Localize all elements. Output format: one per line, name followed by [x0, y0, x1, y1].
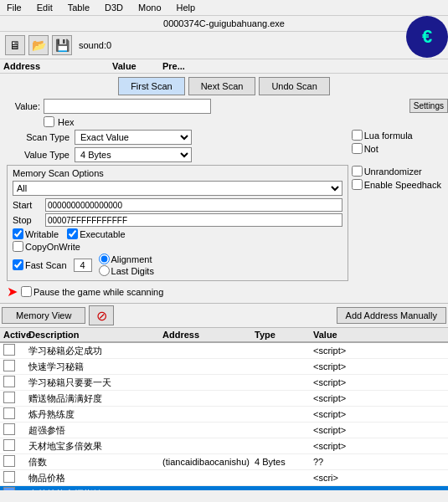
table-row[interactable]: 学习秘籍必定成功 <script> — [0, 343, 448, 359]
alignment-label[interactable]: Alignment — [99, 254, 154, 264]
row-type: 4 Bytes — [255, 457, 313, 467]
copyonwrite-checkbox[interactable] — [13, 241, 23, 252]
pause-game-label[interactable]: Pause the game while scanning — [21, 286, 163, 297]
lua-formula-checkbox[interactable] — [352, 130, 363, 141]
writable-checkbox[interactable] — [13, 228, 23, 239]
memory-view-bar: Memory View ⊘ Add Address Manually — [0, 303, 448, 328]
address-table: Active Description Address Type Value 学习… — [0, 328, 448, 490]
value-label: Value: — [7, 101, 40, 111]
row-checkbox[interactable] — [3, 360, 15, 371]
table-row[interactable]: 赠送物品满满好度 <script> — [0, 391, 448, 407]
unrandomizer-label[interactable]: Unrandomizer — [352, 166, 441, 177]
right-col: Lua formula Not Unrandomizer Enable Spee… — [352, 130, 441, 300]
table-row[interactable]: 天材地宝多倍效果 <script> — [0, 438, 448, 454]
row-checkbox[interactable] — [3, 344, 15, 356]
row-active — [3, 407, 28, 421]
menu-table[interactable]: Table — [64, 2, 93, 13]
toolbar-icon-1[interactable]: 🖥 — [5, 35, 25, 55]
checkboxes-row: Writable Executable — [13, 228, 342, 239]
enable-speedhack-label[interactable]: Enable Speedhack — [352, 179, 441, 190]
fast-scan-label[interactable]: Fast Scan — [13, 259, 67, 270]
row-active — [3, 360, 28, 373]
fast-scan-checkbox[interactable] — [13, 259, 23, 270]
menu-d3d[interactable]: D3D — [101, 2, 126, 13]
last-digits-radio[interactable] — [99, 265, 110, 276]
start-input[interactable] — [45, 198, 342, 212]
fast-scan-number[interactable] — [74, 259, 92, 272]
next-scan-button[interactable]: Next Scan — [188, 77, 256, 95]
value-input[interactable] — [44, 99, 211, 114]
stop-input[interactable] — [45, 213, 342, 227]
table-row[interactable]: 炼丹熟练度 <script> — [0, 407, 448, 423]
not-label[interactable]: Not — [352, 143, 441, 154]
row-checkbox[interactable] — [3, 487, 15, 490]
row-checkbox[interactable] — [3, 471, 15, 483]
enable-speedhack-checkbox[interactable] — [352, 179, 363, 190]
row-checkbox[interactable] — [3, 423, 15, 435]
hex-label: Hex — [58, 117, 75, 127]
scan-type-dropdown[interactable]: Exact Value — [75, 130, 192, 145]
table-row-selected[interactable]: 当前技能参悟指针 <script> — [0, 486, 448, 490]
menu-help[interactable]: Help — [173, 2, 199, 13]
row-checkbox[interactable] — [3, 392, 15, 403]
menu-file[interactable]: File — [3, 2, 25, 13]
pause-game-checkbox[interactable] — [21, 286, 32, 297]
scan-btn-row: First Scan Next Scan Undo Scan — [7, 77, 441, 95]
undo-scan-button[interactable]: Undo Scan — [259, 77, 329, 95]
menu-bar: File Edit Table D3D Mono Help — [0, 0, 448, 16]
row-desc: 赠送物品满满好度 — [28, 392, 162, 405]
row-checkbox[interactable] — [3, 439, 15, 451]
table-row[interactable]: 超强参悟 <script> — [0, 423, 448, 438]
hex-row: Hex — [44, 116, 441, 127]
add-address-button[interactable]: Add Address Manually — [337, 307, 446, 324]
unrandomizer-checkbox[interactable] — [352, 166, 363, 177]
value-row: Value: — [7, 99, 441, 114]
no-entry-icon[interactable]: ⊘ — [89, 305, 114, 325]
writable-label[interactable]: Writable — [13, 228, 59, 239]
value-type-dropdown[interactable]: 4 Bytes — [75, 147, 192, 162]
alignment-radio[interactable] — [99, 254, 110, 264]
row-active — [3, 487, 28, 490]
row-desc: 炼丹熟练度 — [28, 408, 162, 421]
row-active — [3, 423, 28, 437]
toolbar-area: 🖥 📂 💾 sound:0 — [0, 32, 448, 59]
row-desc: 倍数 — [28, 456, 162, 469]
row-checkbox[interactable] — [3, 455, 15, 467]
menu-mono[interactable]: Mono — [135, 2, 165, 13]
scan-type-label: Scan Type — [7, 132, 70, 142]
table-row[interactable]: 倍数 (tiancaidibaocanishu) 4 Bytes ?? — [0, 454, 448, 470]
lua-formula-label[interactable]: Lua formula — [352, 130, 441, 141]
row-value: <script> — [313, 346, 445, 356]
table-row[interactable]: 快速学习秘籍 <script> — [0, 359, 448, 375]
row-checkbox[interactable] — [3, 376, 15, 387]
toolbar-icon-3[interactable]: 💾 — [52, 35, 72, 55]
row-value: <script> — [313, 409, 445, 419]
value-header: Value — [313, 330, 445, 340]
table-row[interactable]: 学习秘籍只要要一天 <script> — [0, 375, 448, 391]
settings-button[interactable]: Settings — [409, 99, 448, 113]
row-value: <script> — [313, 441, 445, 451]
bottom-section: Memory View ⊘ Add Address Manually Activ… — [0, 303, 448, 490]
menu-edit[interactable]: Edit — [33, 2, 56, 13]
row-active — [3, 439, 28, 453]
row-active — [3, 392, 28, 405]
executable-checkbox[interactable] — [67, 228, 78, 239]
table-header: Active Description Address Type Value — [0, 328, 448, 343]
memory-view-button[interactable]: Memory View — [2, 307, 85, 324]
memory-scan-dropdown[interactable]: All — [13, 181, 342, 196]
table-row[interactable]: 物品价格 <scri> — [0, 470, 448, 486]
copyonwrite-label[interactable]: CopyOnWrite — [13, 241, 80, 252]
row-active — [3, 455, 28, 469]
hex-checkbox[interactable] — [44, 116, 54, 127]
row-value: <script> — [313, 393, 445, 403]
start-row: Start — [13, 198, 342, 212]
last-digits-label[interactable]: Last Digits — [99, 265, 154, 276]
row-desc: 天材地宝多倍效果 — [28, 440, 162, 453]
executable-label[interactable]: Executable — [67, 228, 125, 239]
first-scan-button[interactable]: First Scan — [118, 77, 185, 95]
row-checkbox[interactable] — [3, 407, 15, 419]
not-checkbox[interactable] — [352, 143, 363, 154]
addr-header: Address — [3, 61, 112, 71]
toolbar-icon-2[interactable]: 📂 — [28, 35, 49, 55]
type-header: Type — [255, 330, 313, 340]
